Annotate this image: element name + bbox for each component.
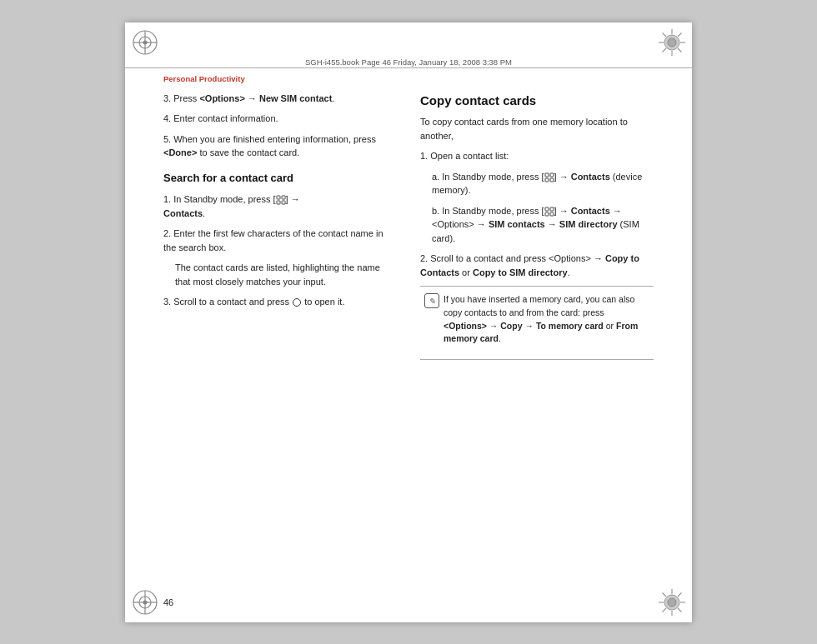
corner-decoration-tl	[130, 27, 160, 57]
svg-point-21	[668, 598, 676, 607]
svg-line-13	[678, 32, 682, 37]
circle-button-icon	[293, 298, 301, 307]
page-number: 46	[163, 597, 173, 607]
copy-item-1: 1. Open a contact list: a. In Standby mo…	[420, 149, 654, 245]
corner-decoration-br	[657, 587, 687, 617]
svg-rect-35	[550, 173, 554, 177]
left-column: 3. Press <Options> → New SIM contact. 4.…	[163, 92, 397, 581]
right-column: Copy contact cards To copy contact cards…	[420, 92, 654, 581]
svg-rect-36	[545, 178, 549, 182]
copy-intro: To copy contact cards from one memory lo…	[420, 115, 654, 142]
list-item-5: 5. When you are finished entering inform…	[163, 132, 397, 160]
search-item-1: 1. In Standby mode, press [] →Contacts.	[163, 192, 397, 220]
svg-rect-32	[277, 201, 280, 204]
svg-line-26	[663, 592, 667, 597]
svg-line-27	[678, 608, 682, 612]
svg-rect-39	[550, 207, 554, 211]
corner-decoration-tr	[657, 27, 687, 57]
search-item-3: 3. Scroll to a contact and press to open…	[163, 295, 397, 309]
corner-decoration-bl	[130, 587, 160, 617]
svg-line-12	[678, 48, 682, 52]
section-label: Personal Productivity	[163, 74, 654, 83]
svg-rect-30	[277, 196, 280, 199]
list-item-4: 4. Enter contact information.	[163, 112, 397, 126]
two-column-layout: 3. Press <Options> → New SIM contact. 4.…	[163, 92, 654, 581]
svg-rect-41	[550, 212, 554, 216]
svg-point-6	[668, 38, 676, 47]
svg-line-14	[663, 48, 667, 52]
svg-rect-33	[282, 201, 285, 204]
note-box: ✎ If you have inserted a memory card, yo…	[420, 286, 654, 360]
search-item-2: 2. Enter the first few characters of the…	[163, 227, 397, 288]
svg-line-29	[663, 608, 667, 612]
svg-line-11	[663, 32, 667, 37]
svg-line-28	[678, 592, 682, 597]
content-area: Personal Productivity 3. Press <Options>…	[163, 74, 654, 581]
header-text: SGH-i455.book Page 46 Friday, January 18…	[163, 57, 654, 67]
search-section-heading: Search for a contact card	[163, 170, 397, 187]
svg-rect-31	[282, 196, 285, 199]
header-separator	[125, 67, 692, 68]
sub-list: a. In Standby mode, press [] → Contacts …	[420, 170, 654, 246]
svg-rect-34	[545, 173, 549, 177]
svg-rect-40	[545, 212, 549, 216]
svg-rect-37	[550, 178, 554, 182]
note-icon: ✎	[424, 293, 439, 308]
page: SGH-i455.book Page 46 Friday, January 18…	[125, 22, 692, 622]
svg-rect-38	[545, 207, 549, 211]
sub-item-b: b. In Standby mode, press [] → Contacts …	[432, 204, 654, 246]
header-line: SGH-i455.book Page 46 Friday, January 18…	[125, 57, 692, 67]
copy-item-2: 2. Scroll to a contact and press <Option…	[420, 252, 654, 279]
copy-section-heading: Copy contact cards	[420, 92, 654, 111]
list-item-3: 3. Press <Options> → New SIM contact.	[163, 92, 397, 106]
sub-item-a: a. In Standby mode, press [] → Contacts …	[432, 170, 654, 197]
